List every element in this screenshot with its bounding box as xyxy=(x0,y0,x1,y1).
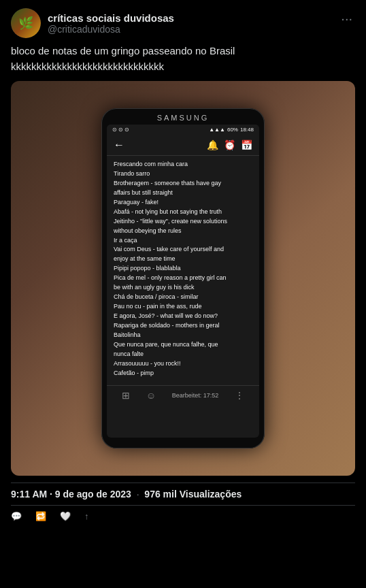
tweet-header: 🌿 críticas sociais duvidosas @criticaduv… xyxy=(11,8,355,38)
tweet-header-left: 🌿 críticas sociais duvidosas @criticaduv… xyxy=(11,8,174,38)
alarm-icon[interactable]: ⏰ xyxy=(224,140,235,150)
display-name[interactable]: críticas sociais duvidosas xyxy=(48,12,174,24)
clock-time: 18:48 xyxy=(240,127,254,133)
notes-line: be with an ugly guy is his dick xyxy=(114,283,252,293)
phone-outer: SAMSUNG ⊙ ⊙ ⊙ ▲▲▲ 60% 18:48 ← xyxy=(101,108,265,448)
tweet-image: SAMSUNG ⊙ ⊙ ⊙ ▲▲▲ 60% 18:48 ← xyxy=(11,81,355,476)
retweet-button[interactable]: 🔁 xyxy=(35,511,46,521)
notes-line: Rapariga de soldado - mothers in geral xyxy=(114,321,252,331)
notes-line: Brotheragem - someone thats have gay xyxy=(114,179,252,189)
status-left: ⊙ ⊙ ⊙ xyxy=(112,127,129,133)
notes-line: E agora, José? - what will we do now? xyxy=(114,312,252,321)
views-count: 976 mil Visualizações xyxy=(144,489,242,500)
more-icon[interactable]: ⋮ xyxy=(235,390,244,401)
notes-line: nunca falte xyxy=(114,350,252,359)
notes-line: without obeying the rules xyxy=(114,227,252,236)
username[interactable]: @criticaduvidosa xyxy=(48,24,174,35)
battery-level: 60% xyxy=(227,127,238,133)
more-options-button[interactable]: ··· xyxy=(338,8,355,29)
views-number: 976 mil Visualizações xyxy=(144,489,242,500)
phone-home-bar xyxy=(107,438,259,443)
notes-line: Frescando com minha cara xyxy=(114,160,252,169)
bottom-time: Bearbeitet: 17:52 xyxy=(172,392,219,399)
phone-screen: ⊙ ⊙ ⊙ ▲▲▲ 60% 18:48 ← 🔔 ⏰ 📅 xyxy=(107,125,259,438)
phone-status-bar: ⊙ ⊙ ⊙ ▲▲▲ 60% 18:48 xyxy=(107,125,259,135)
notes-line: Cafetão - pimp xyxy=(114,369,252,378)
notes-line: Pau no cu - pain in the ass, rude xyxy=(114,302,252,312)
emoji-icon[interactable]: ☺ xyxy=(146,390,156,401)
back-arrow-icon[interactable]: ← xyxy=(114,139,124,151)
status-icons: ⊙ ⊙ ⊙ xyxy=(112,127,129,133)
phone-scene: SAMSUNG ⊙ ⊙ ⊙ ▲▲▲ 60% 18:48 ← xyxy=(11,81,355,476)
notes-line: Pica de mel - only reason a pretty girl … xyxy=(114,274,252,283)
account-info: críticas sociais duvidosas @criticaduvid… xyxy=(48,12,174,35)
notes-line: affairs but still straight xyxy=(114,189,252,198)
avatar[interactable]: 🌿 xyxy=(11,8,41,38)
tweet-actions: 💬 🔁 🤍 ↑ xyxy=(11,506,355,524)
tweet-meta: 9:11 AM · 9 de ago de 2023 · 976 mil Vis… xyxy=(11,483,355,506)
avatar-image: 🌿 xyxy=(11,8,41,38)
app-header: ← 🔔 ⏰ 📅 xyxy=(107,135,259,156)
notes-line: Paraguay - fake! xyxy=(114,198,252,208)
tweet-text: bloco de notas de um gringo passeando no… xyxy=(11,44,355,74)
like-icon: 🤍 xyxy=(60,511,71,521)
signal-icon: ▲▲▲ xyxy=(209,127,225,133)
notes-content: Frescando com minha caraTirando sarroBro… xyxy=(107,156,259,385)
calendar-icon[interactable]: 📅 xyxy=(241,140,252,150)
notes-line: Jeitinho - "little way", create new solu… xyxy=(114,217,252,227)
app-header-icons: 🔔 ⏰ 📅 xyxy=(207,140,252,150)
bell-icon[interactable]: 🔔 xyxy=(207,140,218,150)
status-right: ▲▲▲ 60% 18:48 xyxy=(209,127,254,133)
notes-line: Chá de buceta / piroca - similar xyxy=(114,293,252,302)
tweet-time: 9:11 AM · 9 de ago de 2023 xyxy=(11,489,131,500)
notes-line: Vai com Deus - take care of yourself and xyxy=(114,245,252,255)
phone-brand: SAMSUNG xyxy=(107,114,259,122)
notes-line: enjoy at the same time xyxy=(114,255,252,264)
comment-button[interactable]: 💬 xyxy=(11,511,22,521)
share-button[interactable]: ↑ xyxy=(84,511,89,521)
share-icon: ↑ xyxy=(84,511,89,521)
phone-bottom-bar: ⊞ ☺ Bearbeitet: 17:52 ⋮ xyxy=(107,385,259,405)
retweet-icon: 🔁 xyxy=(35,511,46,521)
notes-line: Tirando sarro xyxy=(114,169,252,179)
notes-line: Que nunca pare, que nunca falhe, que xyxy=(114,340,252,350)
notes-line: Baitolinha xyxy=(114,331,252,340)
notes-line: Abafá - not lying but not saying the tru… xyxy=(114,208,252,217)
notes-line: Pipipi popopo - blablabla xyxy=(114,264,252,274)
notes-line: Arrasouuuuu - you rock!! xyxy=(114,359,252,369)
tweet-card: 🌿 críticas sociais duvidosas @criticaduv… xyxy=(0,0,366,532)
comment-icon: 💬 xyxy=(11,511,22,521)
like-button[interactable]: 🤍 xyxy=(60,511,71,521)
add-icon[interactable]: ⊞ xyxy=(122,390,130,401)
notes-line: Ir a caça xyxy=(114,236,252,246)
